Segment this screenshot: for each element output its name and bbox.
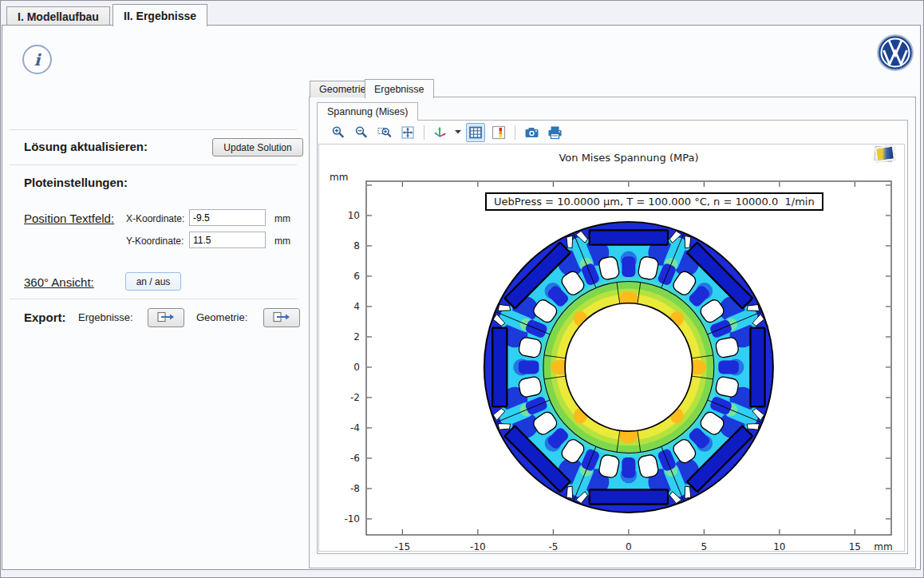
svg-text:6: 6 [353,271,360,282]
svg-text:mm: mm [874,541,892,552]
update-solution-button[interactable]: Update Solution [212,138,303,156]
export-results-label: Ergebnisse: [78,311,133,323]
zoom-in-icon[interactable] [329,123,348,142]
export-results-button[interactable] [148,308,184,327]
svg-text:-6: -6 [350,453,360,464]
plot-annotation-box: UebPress = 10.0000 μm, T = 100.000 °C, n… [485,192,823,211]
svg-text:0: 0 [353,362,360,373]
grid-icon[interactable] [466,123,485,142]
export-geometry-button[interactable] [263,308,300,327]
plot-settings-heading: Ploteinstellungen: [24,176,128,189]
svg-text:-2: -2 [350,392,360,403]
info-icon: i [22,45,52,74]
export-heading: Export: [24,311,66,324]
tab-ergebnisse[interactable]: II. Ergebnisse [113,4,207,26]
plot-title: Von Mises Spannung (MPa) [366,152,891,164]
y-unit-label: mm [274,236,290,247]
svg-text:15: 15 [849,541,861,552]
view-orientation-dropdown-icon[interactable] [454,124,462,141]
x-coordinate-input[interactable] [189,209,266,226]
svg-text:-4: -4 [350,422,360,434]
toolbar-separator [515,125,515,140]
svg-text:2: 2 [353,331,360,342]
view-360-heading: 360° Ansicht: [24,275,94,289]
divider [10,129,297,130]
svg-text:4: 4 [353,301,360,312]
svg-text:8: 8 [353,240,360,251]
toolbar-separator [424,125,424,140]
svg-text:mm: mm [330,172,348,183]
update-solution-heading: Lösung aktualisieren: [24,140,148,153]
vw-logo [877,34,914,74]
svg-text:5: 5 [701,541,708,552]
divider [10,164,297,165]
color-legend-icon[interactable] [489,123,508,142]
svg-text:-15: -15 [395,541,411,552]
zoom-out-icon[interactable] [352,123,371,142]
zoom-box-icon[interactable] [375,123,394,142]
svg-text:-10: -10 [470,541,486,552]
export-icon [273,311,290,325]
print-icon[interactable] [545,123,564,142]
x-coordinate-label: X-Koordinate: [126,213,184,224]
stress-plot[interactable]: -15-10-50510151086420-2-4-6-8-10mmmm [318,168,906,552]
snapshot-camera-icon[interactable] [522,123,541,142]
textfield-position-heading: Position Textfeld: [24,212,114,225]
svg-text:0: 0 [626,541,632,552]
tab-modellaufbau[interactable]: I. Modellaufbau [6,6,110,26]
plot-tab-spannung-mises[interactable]: Spannung (Mises) [317,102,418,121]
export-geometry-label: Geometrie: [196,311,247,323]
graphics-toolbar [329,122,564,142]
svg-text:-5: -5 [548,541,558,552]
view-orientation-icon[interactable] [431,123,450,142]
graphics-tab-ergebnisse[interactable]: Ergebnisse [365,79,434,98]
svg-text:10: 10 [773,541,785,552]
divider [10,299,297,299]
zoom-extents-icon[interactable] [398,123,417,142]
view-360-toggle-button[interactable]: an / aus [125,272,181,291]
plot-thumbnail-icon[interactable] [875,144,895,162]
y-coordinate-input[interactable] [189,232,266,248]
svg-text:10: 10 [348,210,360,221]
svg-text:-8: -8 [350,483,360,494]
export-icon [157,311,175,325]
svg-text:-10: -10 [344,513,360,525]
x-unit-label: mm [274,213,290,224]
y-coordinate-label: Y-Koordinate: [126,236,184,247]
